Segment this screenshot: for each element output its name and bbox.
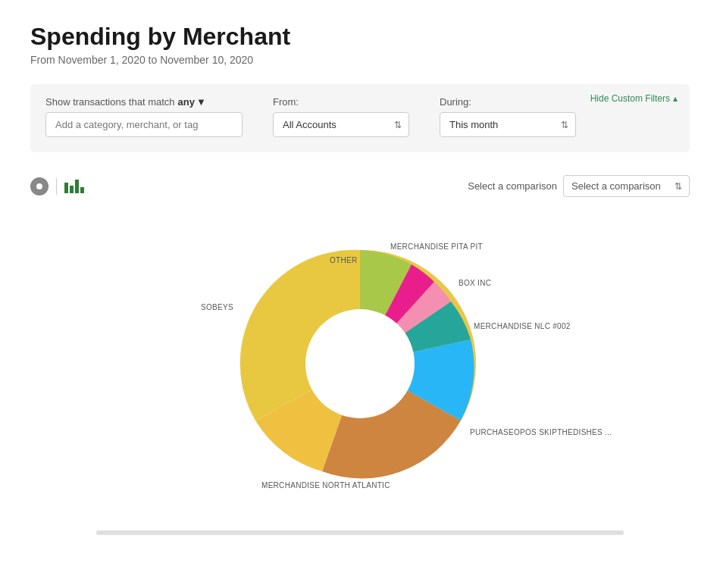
comparison-select[interactable]: Select a comparison Previous period Same…: [563, 175, 690, 197]
during-select[interactable]: This month Last month Last 3 months This…: [440, 112, 576, 137]
label-nlc: MERCHANDISE NLC #002: [474, 322, 571, 330]
label-box-inc: BOX INC: [459, 279, 491, 287]
label-other: OTHER: [330, 256, 358, 264]
chevron-down-icon: ▼: [196, 96, 206, 108]
from-select-wrapper: All Accounts Checking Savings Credit Car…: [273, 112, 409, 137]
chevron-up-icon: ▴: [673, 93, 678, 104]
during-label: During:: [440, 96, 576, 108]
scrollbar[interactable]: [96, 530, 624, 535]
page-title: Spending by Merchant: [30, 23, 690, 51]
comparison-select-wrapper: Select a comparison Previous period Same…: [563, 175, 690, 197]
donut-chart-icon[interactable]: [30, 177, 49, 195]
icon-divider: [56, 178, 57, 195]
bar-chart-icon[interactable]: [64, 180, 84, 193]
donut-svg: [224, 227, 496, 500]
chart-type-icons: [30, 177, 84, 195]
chart-area: OTHER MERCHANDISE PITA PIT BOX INC MERCH…: [30, 212, 690, 515]
match-label: Show transactions that match any ▼: [45, 96, 243, 108]
during-filter-group: During: This month Last month Last 3 mon…: [440, 96, 576, 137]
label-sobeys: SOBEYS: [201, 303, 233, 311]
label-pita-pit: MERCHANDISE PITA PIT: [390, 242, 483, 251]
label-north-atlantic: MERCHANDISE NORTH ATLANTIC: [261, 481, 390, 489]
donut-hole: [305, 309, 415, 418]
from-select[interactable]: All Accounts Checking Savings Credit Car…: [273, 112, 409, 137]
filter-row: Show transactions that match any ▼ From:…: [45, 96, 675, 137]
match-any-button[interactable]: any ▼: [178, 96, 206, 108]
from-label: From:: [273, 96, 409, 108]
donut-chart: OTHER MERCHANDISE PITA PIT BOX INC MERCH…: [224, 227, 496, 500]
hide-custom-filters-btn[interactable]: Hide Custom Filters ▴: [590, 93, 678, 104]
page-subtitle: From November 1, 2020 to November 10, 20…: [30, 54, 690, 66]
chart-controls: Select a comparison Select a comparison …: [30, 175, 690, 197]
label-skipthedishes: PURCHASEOPOS SKIPTHEDISHES ...: [470, 428, 612, 436]
match-filter-group: Show transactions that match any ▼: [45, 96, 243, 137]
filter-bar: Hide Custom Filters ▴ Show transactions …: [30, 84, 690, 152]
comparison-wrapper: Select a comparison Select a comparison …: [468, 175, 690, 197]
during-select-wrapper: This month Last month Last 3 months This…: [440, 112, 576, 137]
comparison-label: Select a comparison: [468, 180, 557, 192]
category-merchant-tag-input[interactable]: [45, 112, 243, 137]
from-filter-group: From: All Accounts Checking Savings Cred…: [273, 96, 409, 137]
